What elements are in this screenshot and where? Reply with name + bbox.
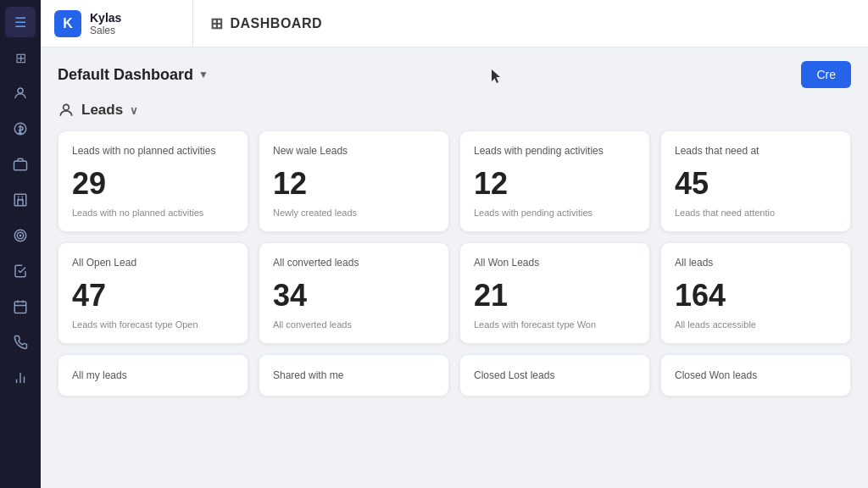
card-all-leads-desc: All leads accessible [675,319,837,330]
card-won-number: 21 [474,280,636,311]
card-all-leads-title: All leads [675,257,837,270]
card-new-wale[interactable]: New wale Leads 12 Newly created leads [259,130,449,232]
card-need-attention-title: Leads that need at [675,145,837,158]
sidebar-item-building[interactable] [5,185,36,215]
dashboard-title-text: Default Dashboard [58,66,193,84]
card-pending-number: 12 [474,169,636,199]
card-no-planned[interactable]: Leads with no planned activities 29 Lead… [58,130,248,232]
cards-row2: All Open Lead 47 Leads with forecast typ… [58,242,851,344]
card-new-wale-title: New wale Leads [273,145,435,158]
sidebar-item-calendar[interactable] [5,291,36,322]
sidebar-item-checklist[interactable] [5,256,36,286]
card-open-lead-number: 47 [72,280,234,311]
sidebar-item-briefcase[interactable] [5,149,36,180]
card-all-leads-number: 164 [675,280,837,311]
nav-title-text: DASHBOARD [231,16,323,31]
leads-section-icon [58,102,75,119]
svg-rect-2 [14,161,27,170]
card-need-attention[interactable]: Leads that need at 45 Leads that need at… [660,130,851,232]
card-closed-won[interactable]: Closed Won leads [660,354,851,396]
sidebar-item-users[interactable] [5,78,36,108]
card-closed-won-title: Closed Won leads [675,369,757,381]
card-shared[interactable]: Shared with me [259,354,449,396]
card-need-attention-number: 45 [675,169,837,199]
logo-text: Kylas Sales [90,11,121,36]
svg-point-6 [19,235,21,236]
sidebar-item-phone[interactable] [5,327,36,358]
topnav: K Kylas Sales ⊞ DASHBOARD [41,0,868,47]
card-shared-title: Shared with me [273,369,343,381]
dropdown-arrow-icon: ▼ [198,69,209,80]
sidebar-item-grid[interactable]: ⊞ [5,42,36,73]
app-subtitle: Sales [90,25,121,36]
card-converted[interactable]: All converted leads 34 All converted lea… [259,242,449,344]
cards-row1: Leads with no planned activities 29 Lead… [58,130,851,232]
logo-area: K Kylas Sales [41,0,193,47]
nav-title: ⊞ DASHBOARD [193,14,339,33]
card-my-leads-title: All my leads [72,369,127,381]
card-no-planned-title: Leads with no planned activities [72,145,234,158]
sidebar: ☰ ⊞ [0,0,41,488]
sidebar-item-dollar[interactable] [5,114,36,144]
card-open-lead-desc: Leads with forecast type Open [72,319,234,330]
card-pending-title: Leads with pending activities [474,145,636,158]
card-won-desc: Leads with forecast type Won [474,319,636,330]
content: Default Dashboard ▼ Cre Leads ∨ Leads wi… [41,47,868,488]
card-converted-title: All converted leads [273,257,435,270]
card-no-planned-number: 29 [72,169,234,199]
logo-icon: K [54,10,81,37]
create-button[interactable]: Cre [801,61,851,88]
dashboard-icon: ⊞ [210,14,224,33]
card-won-title: All Won Leads [474,257,636,270]
dashboard-header: Default Dashboard ▼ Cre [58,61,851,88]
section-header: Leads ∨ [58,102,851,119]
card-closed-lost[interactable]: Closed Lost leads [459,354,650,396]
section-dropdown-icon: ∨ [130,104,138,117]
svg-point-0 [18,88,23,93]
card-closed-lost-title: Closed Lost leads [474,369,554,381]
card-all-leads[interactable]: All leads 164 All leads accessible [660,242,851,344]
svg-rect-7 [14,302,26,313]
app-name: Kylas [90,11,121,25]
main-area: K Kylas Sales ⊞ DASHBOARD Default Dashbo… [41,0,868,488]
card-new-wale-number: 12 [273,169,435,199]
cards-row3: All my leads Shared with me Closed Lost … [58,354,851,396]
card-need-attention-desc: Leads that need attentio [675,208,837,218]
card-won[interactable]: All Won Leads 21 Leads with forecast typ… [459,242,650,344]
card-open-lead-title: All Open Lead [72,257,234,270]
card-pending-desc: Leads with pending activities [474,208,636,218]
card-new-wale-desc: Newly created leads [273,208,435,218]
sidebar-item-menu[interactable]: ☰ [5,7,36,37]
dashboard-title[interactable]: Default Dashboard ▼ [58,66,209,84]
sidebar-item-analytics[interactable] [5,363,36,393]
card-converted-desc: All converted leads [273,319,435,330]
card-pending[interactable]: Leads with pending activities 12 Leads w… [459,130,650,232]
card-my-leads[interactable]: All my leads [58,354,248,396]
section-label: Leads [81,102,123,119]
card-no-planned-desc: Leads with no planned activities [72,208,234,218]
svg-point-11 [64,104,70,110]
card-open-lead[interactable]: All Open Lead 47 Leads with forecast typ… [58,242,248,344]
sidebar-item-target[interactable] [5,220,36,251]
card-converted-number: 34 [273,280,435,311]
